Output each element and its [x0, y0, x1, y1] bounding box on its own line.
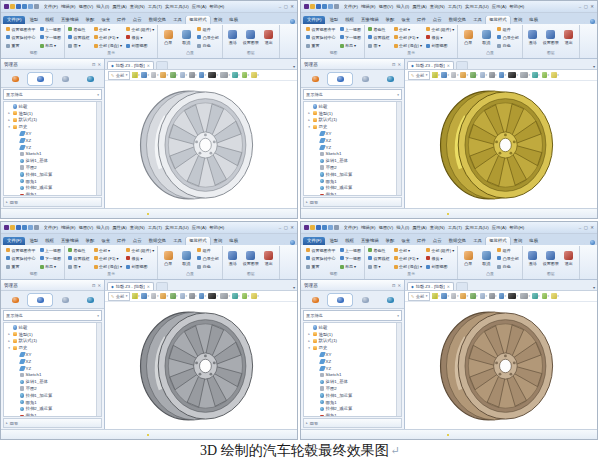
menu-item[interactable]: 帮助(H)	[509, 222, 524, 233]
manager-tab[interactable]	[53, 294, 77, 306]
tree-item[interactable]: ▸ 默认式(1)	[305, 338, 401, 345]
viewport-tool[interactable]: ▾	[141, 293, 149, 299]
window-control-button[interactable]: ▢	[284, 222, 288, 233]
tree-item[interactable]: 拉伸2_减运算	[305, 406, 401, 413]
ribbon-button[interactable]: 设置线框	[366, 33, 392, 41]
ribbon-tab[interactable]: 视觉样式	[486, 237, 510, 246]
viewport-tool[interactable]: ▾	[232, 72, 240, 78]
ribbon-button[interactable]: 全部 (组件) ▾	[124, 246, 156, 254]
ribbon-button[interactable]: 重置	[304, 42, 338, 50]
quick-access-icon[interactable]	[4, 225, 9, 230]
tree-item[interactable]: ▾ 历史	[305, 123, 401, 130]
ribbon-button[interactable]: 激活	[524, 246, 542, 271]
viewport-tool[interactable]: ▾	[532, 293, 540, 299]
manager-tab[interactable]	[378, 294, 402, 306]
quick-access-icon[interactable]	[22, 4, 27, 9]
viewport-tool[interactable]: ▾	[499, 72, 507, 78]
tree-item[interactable]: ▸ 造型(1)	[5, 331, 101, 338]
viewport-tool[interactable]: ▾	[441, 293, 449, 299]
tree-item[interactable]: 轮毂	[5, 324, 101, 331]
ribbon-tab[interactable]: 钣金	[98, 237, 113, 246]
quick-access-icon[interactable]	[10, 4, 15, 9]
window-control-button[interactable]: ✕	[290, 1, 294, 12]
menu-item[interactable]: 查询(N)	[130, 1, 145, 12]
tree-item[interactable]: XY	[305, 130, 401, 137]
viewport-tool[interactable]: ▾	[208, 72, 218, 78]
menu-item[interactable]: 实用工具(U)	[465, 1, 489, 12]
manager-tab[interactable]	[78, 294, 102, 306]
tree-item[interactable]: 圆角1	[305, 399, 401, 406]
display-filter-dropdown[interactable]: 显示筛选 ▾	[303, 310, 402, 321]
ribbon-tab[interactable]: 焊件	[414, 16, 429, 25]
viewport-tool[interactable]: ▾	[220, 293, 230, 299]
viewport-tool[interactable]: ▾	[480, 72, 488, 78]
ribbon-button[interactable]: 设置图层	[542, 246, 560, 271]
tree-item[interactable]: Sketch1	[5, 151, 101, 158]
ribbon-button[interactable]: 布局 ▾	[38, 263, 64, 271]
tree-item[interactable]: 轮毂	[305, 103, 401, 110]
ribbon-button[interactable]: 着色性	[66, 25, 92, 33]
ribbon-tab[interactable]: 钣金	[98, 16, 113, 25]
menu-item[interactable]: 实用工具(U)	[165, 222, 189, 233]
tree-item[interactable]: 轮毂	[305, 324, 401, 331]
tree-item[interactable]: 草图2	[305, 385, 401, 392]
ribbon-tab[interactable]: 数据交换	[146, 16, 170, 25]
tree-expander-icon[interactable]: ▸	[307, 339, 311, 343]
viewport-tool[interactable]: ▾	[451, 72, 459, 78]
menu-item[interactable]: 实用工具(U)	[165, 1, 189, 12]
ribbon-tab[interactable]: 电极	[226, 237, 241, 246]
menu-item[interactable]: 工具(T)	[148, 1, 162, 12]
menu-item[interactable]: 查询(N)	[430, 1, 445, 12]
tree-item[interactable]: 草图2	[5, 385, 101, 392]
viewport-tool[interactable]: ▾	[489, 72, 497, 78]
quick-access-icon[interactable]	[334, 4, 339, 9]
quick-access-icon[interactable]	[310, 225, 315, 230]
tree-expander-icon[interactable]: ▸	[7, 332, 11, 336]
ribbon-button[interactable]: 凸显	[159, 246, 177, 271]
tree-item[interactable]: ▾ 历史	[305, 344, 401, 351]
viewport-tool[interactable]: ▾	[132, 72, 140, 78]
manager-tab[interactable]	[303, 73, 327, 85]
ribbon-tab[interactable]: 电极	[226, 16, 241, 25]
menu-item[interactable]: 应用(A)	[192, 1, 207, 12]
ribbon-button[interactable]: 下一视图	[38, 254, 64, 262]
viewport-tool[interactable]: ▾	[208, 293, 218, 299]
ribbon-tab[interactable]: 点云	[430, 16, 445, 25]
menu-item[interactable]: 编辑(E)	[61, 222, 76, 233]
menu-item[interactable]: 视图(V)	[379, 1, 394, 12]
ribbon-button[interactable]: 剖面视图	[424, 263, 456, 271]
ribbon-button[interactable]: 修剪 ▾	[124, 33, 156, 41]
ribbon-button[interactable]: 白色	[495, 42, 521, 50]
tree-expander-icon[interactable]: ▾	[7, 346, 11, 350]
ribbon-button[interactable]: 设置视图齐平	[4, 25, 38, 33]
viewport-tool[interactable]: ▾	[251, 293, 259, 299]
viewport-tool[interactable]: ▾	[170, 72, 178, 78]
ribbon-button[interactable]: 全部 ▾	[392, 25, 424, 33]
tree-item[interactable]: YZ	[305, 365, 401, 372]
tree-item[interactable]: XY	[5, 130, 101, 137]
viewport-tool[interactable]: ▾	[242, 72, 250, 78]
viewport-tool[interactable]: ▾	[432, 72, 440, 78]
tree-item[interactable]: ▸ 默认式(1)	[5, 338, 101, 345]
history-replay-bar[interactable]: ▸ 回放	[303, 418, 402, 428]
ribbon-tab[interactable]: 查询	[211, 16, 226, 25]
ribbon-tab[interactable]: 点云	[130, 237, 145, 246]
viewport-tool[interactable]: ▾	[551, 293, 559, 299]
viewport-tool[interactable]: ▾	[189, 293, 197, 299]
tree-item[interactable]: 拉伸1_加运算	[5, 171, 101, 178]
tree-item[interactable]: 旋转1_基体	[5, 378, 101, 385]
viewport-tool[interactable]: ▾	[242, 293, 250, 299]
ribbon-tab[interactable]: 视觉样式	[186, 237, 210, 246]
viewport-tool[interactable]: ▾	[132, 293, 140, 299]
viewport-tool[interactable]: ▾	[542, 72, 550, 78]
history-replay-bar[interactable]: ▸ 回放	[3, 418, 102, 428]
ribbon-button[interactable]: 着色性	[366, 246, 392, 254]
ribbon-tab[interactable]: 直接编辑	[58, 16, 82, 25]
pin-panel-icon[interactable]: ⊡	[392, 283, 396, 288]
tree-item[interactable]: 草图2	[5, 164, 101, 171]
document-tab-stub[interactable]	[156, 61, 168, 69]
menu-item[interactable]: 文件(F)	[344, 1, 358, 12]
menu-item[interactable]: 编辑(E)	[361, 1, 376, 12]
file-menu-button[interactable]: 文件(F)	[303, 16, 325, 24]
tree-item[interactable]: Sketch1	[5, 372, 101, 379]
